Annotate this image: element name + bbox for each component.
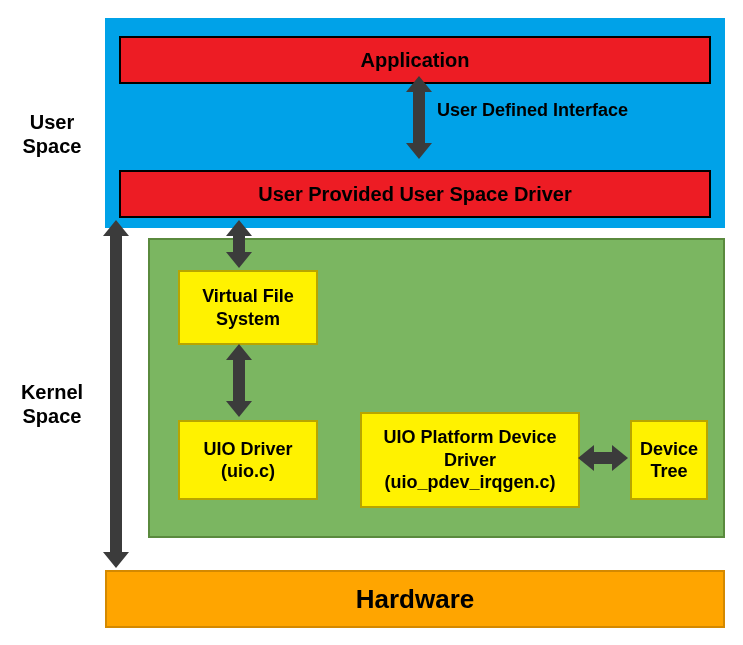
uio-driver-box: UIO Driver (uio.c)	[178, 420, 318, 500]
arrow-app-to-userdriver	[413, 90, 425, 145]
arrow-vfs-to-uiodriver	[233, 358, 245, 403]
interface-label: User Defined Interface	[437, 100, 628, 122]
user-space-label: User Space	[12, 110, 92, 158]
arrow-userspace-to-hardware	[110, 234, 122, 554]
vfs-box: Virtual File System	[178, 270, 318, 345]
device-tree-box: Device Tree	[630, 420, 708, 500]
user-space-driver-box: User Provided User Space Driver	[119, 170, 711, 218]
arrow-userdriver-to-vfs	[233, 234, 245, 254]
arrow-platformdriver-to-devicetree	[592, 452, 614, 464]
hardware-box: Hardware	[105, 570, 725, 628]
architecture-diagram: User Space Kernel Space Application User…	[10, 10, 733, 635]
uio-platform-driver-box: UIO Platform Device Driver (uio_pdev_irq…	[360, 412, 580, 508]
kernel-space-label: Kernel Space	[12, 380, 92, 428]
